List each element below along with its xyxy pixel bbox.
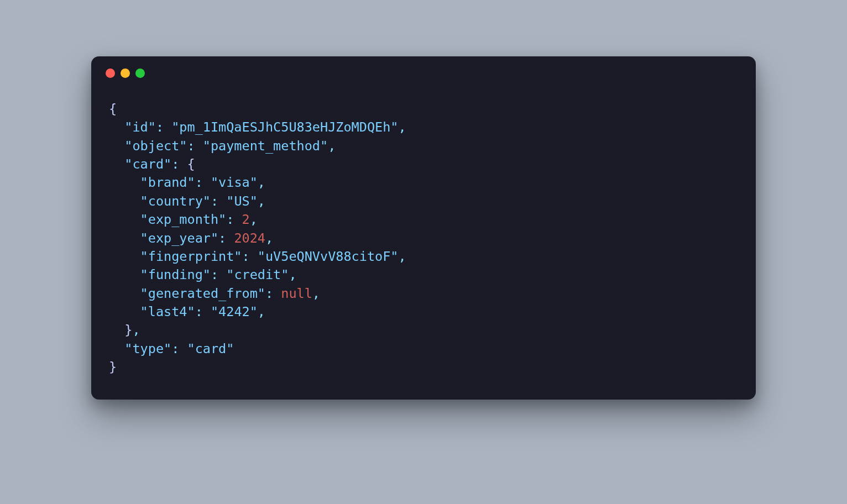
indent [109,267,140,282]
comma: , [328,138,336,154]
json-key-type: "type" [124,341,171,356]
comma: , [250,212,258,227]
indent [109,230,140,246]
indent [109,156,124,172]
indent [109,286,140,301]
comma: , [399,119,406,135]
json-value-country: "US" [226,193,258,209]
indent [109,341,124,356]
comma: , [265,230,273,246]
colon: : [171,341,187,356]
colon: : [265,286,281,301]
colon: : [187,138,202,154]
json-value-generated-from: null [281,286,312,301]
json-value-brand: "visa" [211,175,258,190]
json-value-last4: "4242" [211,304,258,319]
colon: : [211,267,226,282]
json-value-object: "payment_method" [203,138,328,154]
comma: , [312,286,320,301]
json-key-fingerprint: "fingerprint" [140,249,242,264]
brace-open: { [187,156,195,172]
colon: : [242,249,258,264]
indent [109,138,124,154]
json-key-exp-month: "exp_month" [140,212,227,227]
indent [109,304,140,319]
comma: , [258,175,265,190]
json-key-brand: "brand" [140,175,195,190]
close-icon[interactable] [106,69,115,78]
json-value-id: "pm_1ImQaESJhC5U83eHJZoMDQEh" [171,119,398,135]
json-key-generated-from: "generated_from" [140,286,265,301]
maximize-icon[interactable] [135,69,145,78]
json-key-country: "country" [140,193,211,209]
json-value-funding: "credit" [226,267,289,282]
json-value-type: "card" [187,341,234,356]
code-content: { "id": "pm_1ImQaESJhC5U83eHJZoMDQEh", "… [91,81,756,400]
indent [109,322,124,338]
colon: : [226,212,242,227]
comma: , [258,193,265,209]
comma: , [258,304,265,319]
brace-close: } [124,322,132,338]
indent [109,212,140,227]
colon: : [211,193,226,209]
json-value-exp-year: 2024 [234,230,265,246]
colon: : [156,119,171,135]
comma: , [289,267,296,282]
json-key-object: "object" [124,138,187,154]
colon: : [218,230,234,246]
json-value-fingerprint: "uV5eQNVvV88citoF" [258,249,399,264]
indent [109,193,140,209]
json-key-exp-year: "exp_year" [140,230,218,246]
json-key-last4: "last4" [140,304,195,319]
comma: , [132,322,140,338]
brace-close: } [109,359,117,375]
json-key-id: "id" [124,119,156,135]
indent [109,175,140,190]
colon: : [195,304,211,319]
json-value-exp-month: 2 [242,212,250,227]
colon: : [171,156,187,172]
code-window: { "id": "pm_1ImQaESJhC5U83eHJZoMDQEh", "… [91,56,756,400]
json-key-funding: "funding" [140,267,211,282]
minimize-icon[interactable] [121,69,130,78]
brace-open: { [109,101,117,117]
indent [109,249,140,264]
window-titlebar [91,56,756,81]
json-key-card: "card" [124,156,171,172]
indent [109,119,124,135]
comma: , [399,249,406,264]
colon: : [195,175,211,190]
